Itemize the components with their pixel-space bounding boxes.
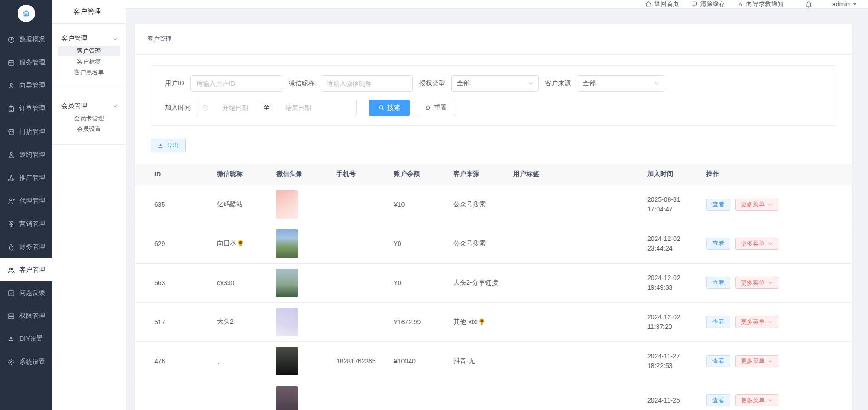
col-phone: 手机号 — [336, 170, 394, 178]
search-icon — [378, 105, 385, 111]
date-range-picker[interactable]: 至 — [197, 100, 357, 116]
store-icon — [7, 128, 15, 136]
chevron-down-icon — [768, 281, 773, 285]
pie-chart-icon — [7, 36, 15, 44]
top-header: 返回首页 清除缓存 向导求救通知 admin — [126, 0, 868, 9]
alarm-icon — [737, 1, 744, 7]
col-avatar: 微信头像 — [276, 170, 336, 178]
chevron-down-icon — [768, 241, 773, 246]
sidebar-item-service[interactable]: 服务管理 — [0, 51, 52, 74]
chevron-down-icon — [768, 202, 773, 207]
download-icon — [158, 143, 164, 149]
submenu-group-members[interactable]: 会员管理 — [52, 99, 126, 113]
chevron-down-icon — [528, 81, 534, 86]
invite-user-icon — [7, 151, 15, 159]
more-menu-button[interactable]: 更多菜单 — [735, 199, 778, 211]
col-tags: 用户标签 — [513, 170, 647, 178]
back-home-link[interactable]: 返回首页 — [645, 0, 679, 8]
order-clipboard-icon — [7, 105, 15, 113]
view-button[interactable]: 查看 — [706, 238, 730, 250]
more-menu-button[interactable]: 更多菜单 — [735, 355, 778, 367]
sidebar-item-orders[interactable]: 订单管理 — [0, 97, 52, 120]
guide-rescue-notice-link[interactable]: 向导求救通知 — [737, 0, 784, 8]
app-logo[interactable] — [18, 5, 35, 22]
chevron-down-icon — [768, 359, 773, 363]
filter-panel: 用户ID 微信昵称 授权类型 全部 — [151, 65, 836, 126]
col-source: 客户来源 — [453, 170, 513, 178]
source-select[interactable]: 全部 — [577, 75, 664, 92]
sidebar-item-settings[interactable]: 系统设置 — [0, 351, 52, 374]
view-button[interactable]: 查看 — [706, 394, 730, 406]
sidebar-item-invite[interactable]: 邀约管理 — [0, 143, 52, 166]
customer-table: ID 微信昵称 微信头像 手机号 账户余额 客户来源 用户标签 加入时间 操作 … — [135, 164, 852, 410]
submenu-item-customer-blacklist[interactable]: 客户黑名单 — [58, 67, 120, 77]
col-join-time: 加入时间 — [647, 170, 706, 178]
user-id-input[interactable] — [190, 75, 282, 92]
user-menu[interactable]: admin — [832, 0, 857, 8]
auth-type-select[interactable]: 全部 — [451, 75, 539, 92]
divider — [52, 144, 126, 145]
pink-cartoon-avatar — [276, 190, 298, 219]
submenu-item-customer-management[interactable]: 客户管理 — [58, 46, 120, 56]
submenu-item-member-cards[interactable]: 会员卡管理 — [58, 113, 120, 123]
table-row: 563 cx330 ¥0 大头2-分享链接 2024-12-0219:49:33… — [135, 263, 852, 302]
export-button[interactable]: 导出 — [151, 139, 186, 152]
sidebar-item-finance[interactable]: 财务管理 — [0, 235, 52, 258]
sidebar-item-data-overview[interactable]: 数据概况 — [0, 28, 52, 51]
col-balance: 账户余额 — [394, 170, 453, 178]
username: admin — [832, 0, 850, 8]
clear-cache-link[interactable]: 清除缓存 — [691, 0, 725, 8]
divider — [52, 88, 126, 88]
clear-cache-icon — [691, 1, 698, 7]
view-button[interactable]: 查看 — [706, 316, 730, 328]
col-id: ID — [154, 170, 217, 178]
breadcrumb: 客户管理 — [135, 24, 852, 55]
nickname-label: 微信昵称 — [289, 79, 315, 88]
sidebar-item-guide[interactable]: 向导管理 — [0, 74, 52, 97]
sidebar-item-marketing[interactable]: 营销管理 — [0, 212, 52, 235]
user-id-label: 用户ID — [165, 79, 184, 88]
feedback-edit-icon — [7, 289, 15, 297]
submenu-title: 客户管理 — [52, 0, 126, 24]
guide-user-icon — [7, 82, 15, 90]
source-label: 客户来源 — [545, 79, 571, 88]
start-date-input[interactable] — [208, 104, 263, 111]
submenu-item-member-settings[interactable]: 会员设置 — [58, 123, 120, 134]
sidebar-item-stores[interactable]: 门店管理 — [0, 120, 52, 143]
sidebar-item-customers[interactable]: 客户管理 — [0, 258, 52, 281]
kumamon-mascot-avatar — [276, 347, 298, 375]
dark-portrait-avatar — [276, 386, 298, 410]
settings-gear-icon — [7, 358, 15, 366]
more-menu-button[interactable]: 更多菜单 — [735, 238, 778, 250]
end-date-input[interactable] — [271, 104, 325, 111]
caret-down-icon — [852, 2, 857, 6]
more-menu-button[interactable]: 更多菜单 — [735, 316, 778, 328]
finance-moneybag-icon — [7, 243, 15, 251]
sidebar-item-permissions[interactable]: 权限管理 — [0, 305, 52, 328]
search-button[interactable]: 搜索 — [369, 100, 410, 116]
table-row: 629 向日葵🌻 ¥0 公众号搜索 2024-12-0223:44:24 查看 … — [135, 224, 852, 263]
more-menu-button[interactable]: 更多菜单 — [735, 277, 778, 289]
submenu-group-customers[interactable]: 客户管理 — [52, 32, 126, 46]
view-button[interactable]: 查看 — [706, 277, 730, 289]
page-content: 客户管理 用户ID 微信昵称 授权类型 全部 — [126, 9, 868, 410]
sub-sidebar: 客户管理 客户管理 客户管理 客户标签 客户黑名单 会员管理 会员卡管理 会员设… — [52, 0, 126, 410]
more-menu-button[interactable]: 更多菜单 — [735, 394, 778, 406]
table-row: 476 、 18281762365 ¥10040 抖音-无 2024-11-27… — [135, 341, 852, 381]
sidebar-item-feedback[interactable]: 问题反馈 — [0, 281, 52, 305]
view-button[interactable]: 查看 — [706, 199, 730, 211]
view-button[interactable]: 查看 — [706, 355, 730, 367]
sidebar-item-diy[interactable]: DIY设置 — [0, 328, 52, 351]
notification-bell-icon[interactable] — [805, 0, 813, 8]
submenu-item-customer-tags[interactable]: 客户标签 — [58, 56, 120, 67]
nickname-input[interactable] — [321, 75, 413, 92]
reset-button[interactable]: 重置 — [416, 100, 456, 116]
customer-users-icon — [7, 266, 15, 274]
sidebar-item-promotion[interactable]: 推广管理 — [0, 166, 52, 189]
join-time-label: 加入时间 — [165, 104, 191, 112]
sidebar-item-agents[interactable]: 代理管理 — [0, 189, 52, 212]
chevron-down-icon — [112, 36, 117, 41]
lavender-sky-avatar — [276, 308, 298, 336]
girl-in-field-avatar — [276, 229, 298, 258]
main-sidebar: 数据概况 服务管理 向导管理 订单管理 门店管理 邀约管理 推广管理 代理管理 — [0, 0, 52, 410]
